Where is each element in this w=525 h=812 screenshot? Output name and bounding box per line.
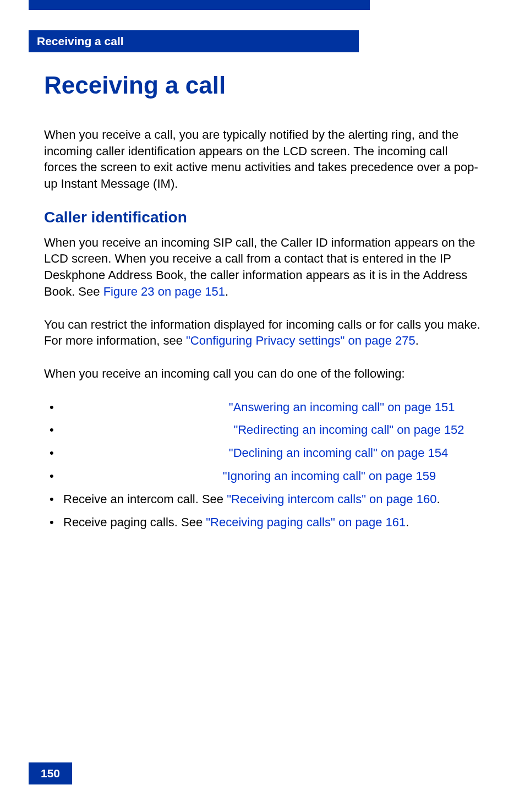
para2-post: . <box>415 334 419 347</box>
b5-post: . <box>436 492 440 506</box>
privacy-link[interactable]: "Configuring Privacy settings" on page 2… <box>186 334 415 347</box>
header-label: Receiving a call <box>37 35 124 47</box>
b6-post: . <box>406 515 409 529</box>
b5-pre: Receive an intercom call. See <box>63 492 227 506</box>
ignore-link[interactable]: "Ignoring an incoming call" on page 159 <box>223 469 436 483</box>
section-para-1: When you receive an incoming SIP call, t… <box>44 235 481 300</box>
list-item: Decline the incoming call. See "Declinin… <box>44 444 481 462</box>
page-content: Receiving a call Receiving a call When y… <box>0 0 525 531</box>
header-bar: Receiving a call <box>29 30 359 52</box>
page-number-value: 150 <box>41 767 60 780</box>
list-item: Redirect the incoming call. See "Redirec… <box>44 421 481 439</box>
page-title: Receiving a call <box>44 72 481 99</box>
paging-link[interactable]: "Receiving paging calls" on page 161 <box>206 515 406 529</box>
options-list: Answer the incoming call. See "Answering… <box>44 399 481 531</box>
decline-link[interactable]: "Declining an incoming call" on page 154 <box>229 446 448 460</box>
section-para-3: When you receive an incoming call you ca… <box>44 366 481 382</box>
list-item: Receive paging calls. See "Receiving pag… <box>44 514 481 531</box>
answer-link[interactable]: "Answering an incoming call" on page 151 <box>229 400 455 414</box>
list-item: Answer the incoming call. See "Answering… <box>44 399 481 416</box>
figure-link[interactable]: Figure 23 on page 151 <box>103 285 225 298</box>
section-para-2: You can restrict the information display… <box>44 317 481 349</box>
intercom-link[interactable]: "Receiving intercom calls" on page 160 <box>227 492 436 506</box>
intro-paragraph: When you receive a call, you are typical… <box>44 127 481 192</box>
page-number: 150 <box>29 762 72 784</box>
list-item: Receive an intercom call. See "Receiving… <box>44 491 481 508</box>
list-item: Ignore the incoming call. See "Ignoring … <box>44 467 481 485</box>
section-title: Caller identification <box>44 209 481 226</box>
redirect-link[interactable]: "Redirecting an incoming call" on page 1… <box>233 423 464 437</box>
b6-pre: Receive paging calls. See <box>63 515 206 529</box>
para1-post: . <box>225 285 228 298</box>
